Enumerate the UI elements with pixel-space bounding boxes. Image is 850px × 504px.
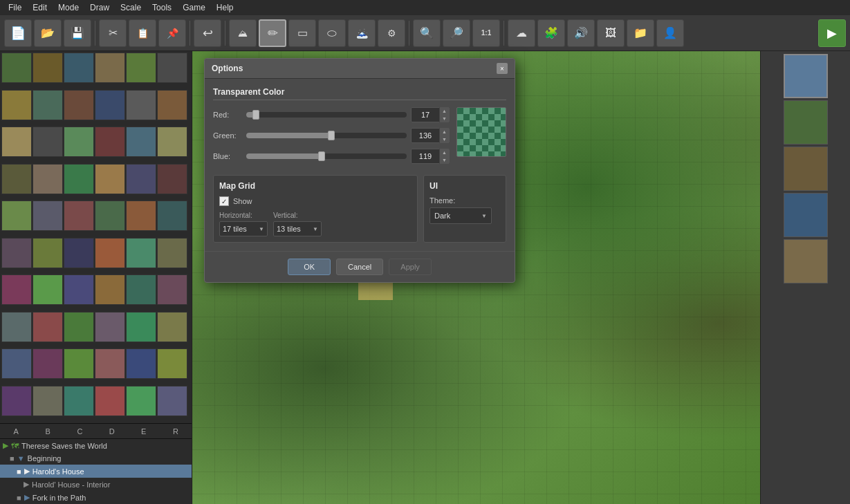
- tile-cell[interactable]: [64, 386, 94, 416]
- tile-cell[interactable]: [33, 164, 63, 194]
- image-button[interactable]: 🖼: [597, 19, 625, 47]
- tile-cell[interactable]: [64, 348, 94, 379]
- red-spinner[interactable]: 17 ▲ ▼: [411, 107, 450, 122]
- tile-cell[interactable]: [126, 90, 156, 120]
- menu-mode[interactable]: Mode: [53, 1, 84, 14]
- red-spinner-down[interactable]: ▼: [440, 115, 449, 122]
- tile-cell[interactable]: [1, 127, 32, 157]
- tile-label-c[interactable]: C: [64, 424, 95, 438]
- green-slider[interactable]: [246, 133, 407, 138]
- tile-cell[interactable]: [64, 164, 94, 194]
- tile-cell[interactable]: [33, 274, 63, 305]
- tile-cell[interactable]: [126, 127, 156, 157]
- menu-help[interactable]: Help: [211, 1, 239, 14]
- menu-draw[interactable]: Draw: [84, 1, 115, 14]
- tile-cell[interactable]: [126, 200, 156, 231]
- tile-label-a[interactable]: A: [0, 424, 32, 438]
- close-button[interactable]: ×: [497, 63, 508, 74]
- tile-cell[interactable]: [126, 164, 156, 194]
- tile-cell[interactable]: [64, 53, 94, 83]
- tile-cell[interactable]: [157, 312, 187, 342]
- save-button[interactable]: 💾: [64, 19, 91, 47]
- character-button[interactable]: 👤: [656, 19, 684, 47]
- tile-cell[interactable]: [33, 238, 63, 268]
- tile-cell[interactable]: [126, 274, 156, 305]
- tile-cell[interactable]: [157, 274, 187, 305]
- tile-cell[interactable]: [95, 386, 125, 416]
- zoom-out-button[interactable]: 🔎: [443, 19, 470, 47]
- tile-cell[interactable]: [95, 90, 125, 120]
- tile-cell[interactable]: [64, 90, 94, 120]
- blue-spinner-down[interactable]: ▼: [440, 156, 449, 164]
- tile-cell[interactable]: [157, 200, 187, 231]
- tile-cell[interactable]: [33, 53, 63, 83]
- tile-cell[interactable]: [157, 53, 187, 83]
- tile-cell[interactable]: [126, 386, 156, 416]
- tile-cell[interactable]: [64, 200, 94, 231]
- cut-button[interactable]: ✂: [99, 19, 127, 47]
- folder-button[interactable]: 📁: [627, 19, 654, 47]
- tile-cell[interactable]: [157, 164, 187, 194]
- tile-cell[interactable]: [1, 90, 32, 120]
- tile-cell[interactable]: [126, 348, 156, 379]
- menu-edit[interactable]: Edit: [27, 1, 53, 14]
- new-button[interactable]: 📄: [4, 19, 32, 47]
- tile-cell[interactable]: [157, 127, 187, 157]
- puzzle-button[interactable]: 🧩: [537, 19, 565, 47]
- terrain-button[interactable]: ⛰: [229, 19, 257, 47]
- tile-cell[interactable]: [126, 53, 156, 83]
- paste-button[interactable]: 📌: [158, 19, 186, 47]
- tile-cell[interactable]: [1, 238, 32, 268]
- pencil-button[interactable]: ✏: [259, 19, 286, 47]
- oval-button[interactable]: ⬭: [318, 19, 346, 47]
- vertical-dropdown[interactable]: 13 tiles ▼: [273, 221, 322, 236]
- tool-button[interactable]: ⚙: [378, 19, 405, 47]
- tree-item-world[interactable]: ▶ 🗺 Therese Saves the World: [0, 439, 192, 452]
- tile-cell[interactable]: [1, 386, 32, 416]
- tile-cell[interactable]: [157, 238, 187, 268]
- tile-cell[interactable]: [33, 348, 63, 379]
- fog-button[interactable]: ☁: [508, 19, 535, 47]
- tile-cell[interactable]: [126, 238, 156, 268]
- copy-button[interactable]: 📋: [129, 19, 156, 47]
- tile-cell[interactable]: [1, 312, 32, 342]
- blue-spinner-up[interactable]: ▲: [440, 149, 449, 156]
- tile-cell[interactable]: [157, 348, 187, 379]
- tile-cell[interactable]: [95, 127, 125, 157]
- tree-item-harolds-house[interactable]: ■ ▶ Harold's House: [0, 465, 192, 478]
- tile-cell[interactable]: [33, 127, 63, 157]
- tile-cell[interactable]: [95, 200, 125, 231]
- tree-item-interior[interactable]: ▶ Harold' House - Interior: [0, 478, 192, 491]
- tile-cell[interactable]: [95, 164, 125, 194]
- tile-label-b[interactable]: B: [32, 424, 64, 438]
- tile-cell[interactable]: [95, 274, 125, 305]
- tile-cell[interactable]: [64, 312, 94, 342]
- open-button[interactable]: 📂: [34, 19, 62, 47]
- menu-game[interactable]: Game: [177, 1, 211, 14]
- tile-cell[interactable]: [1, 200, 32, 231]
- tile-cell[interactable]: [33, 200, 63, 231]
- tile-cell[interactable]: [95, 312, 125, 342]
- theme-dropdown[interactable]: Dark ▼: [429, 207, 492, 224]
- tile-label-r[interactable]: R: [160, 424, 192, 438]
- red-slider[interactable]: [246, 112, 407, 118]
- sound-button[interactable]: 🔊: [567, 19, 595, 47]
- cancel-button[interactable]: Cancel: [336, 259, 383, 275]
- ok-button[interactable]: OK: [288, 259, 331, 275]
- tile-cell[interactable]: [33, 90, 63, 120]
- green-spinner-up[interactable]: ▲: [440, 128, 449, 136]
- tree-item-beginning[interactable]: ■ ▼ Beginning: [0, 452, 192, 465]
- green-spinner-down[interactable]: ▼: [440, 136, 449, 143]
- undo-button[interactable]: ↩: [194, 19, 221, 47]
- tile-cell[interactable]: [1, 274, 32, 305]
- tile-cell[interactable]: [1, 53, 32, 83]
- apply-button[interactable]: Apply: [389, 259, 432, 275]
- green-spinner[interactable]: 136 ▲ ▼: [411, 128, 450, 143]
- tile-label-e[interactable]: E: [128, 424, 160, 438]
- tile-cell[interactable]: [95, 348, 125, 379]
- fill-button[interactable]: ▭: [288, 19, 316, 47]
- menu-scale[interactable]: Scale: [115, 1, 147, 14]
- tile-cell[interactable]: [33, 386, 63, 416]
- terrain2-button[interactable]: 🗻: [348, 19, 376, 47]
- tile-cell[interactable]: [95, 53, 125, 83]
